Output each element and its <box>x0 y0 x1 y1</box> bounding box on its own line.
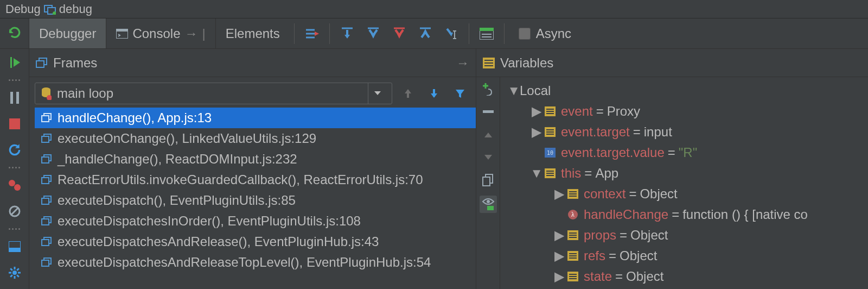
variable-row[interactable]: 10event.target.value = "R" <box>500 142 868 163</box>
frame-item[interactable]: executeDispatchesInOrder(), EventPluginU… <box>35 211 476 231</box>
expand-icon: ▶ <box>553 186 565 202</box>
variable-row[interactable]: ▶event.target = input <box>500 122 868 142</box>
step-out-button[interactable] <box>414 23 436 45</box>
evaluate-expression-button[interactable] <box>476 23 497 45</box>
toolbar-separator <box>469 23 469 44</box>
navigate-icon[interactable]: → <box>456 55 469 71</box>
svg-point-11 <box>14 184 21 191</box>
variable-row[interactable]: ▶props = Object <box>500 225 868 246</box>
var-name: state <box>584 269 612 284</box>
equals: = <box>596 104 604 119</box>
show-execution-point-button[interactable] <box>301 23 323 45</box>
tool-window-title: Debug <box>5 2 41 16</box>
remove-watch-button[interactable] <box>481 104 496 120</box>
expand-icon: ▼ <box>508 83 520 98</box>
move-up-button[interactable] <box>481 127 496 142</box>
frame-icon <box>41 134 52 143</box>
add-watch-button[interactable] <box>481 81 496 97</box>
svg-rect-23 <box>16 274 20 278</box>
svg-rect-45 <box>483 110 494 113</box>
var-type-icon <box>542 168 558 178</box>
frame-item[interactable]: executeDispatchesAndReleaseTopLevel(), E… <box>35 252 476 273</box>
scope-label: Local <box>520 83 551 98</box>
var-name: event.target <box>561 124 630 140</box>
tab-debugger[interactable]: Debugger <box>29 18 106 48</box>
var-name: context <box>584 186 626 202</box>
settings-button[interactable] <box>5 263 24 282</box>
toolbar-separator <box>294 23 295 44</box>
thread-name: main loop <box>57 86 113 101</box>
svg-rect-44 <box>42 260 49 266</box>
svg-rect-34 <box>42 157 49 163</box>
frame-label: handleChange(), App.js:13 <box>58 110 212 125</box>
console-icon <box>116 29 128 39</box>
run-to-cursor-button[interactable] <box>441 23 462 45</box>
variable-scope[interactable]: ▼Local <box>500 80 868 101</box>
var-name: this <box>561 166 581 181</box>
svg-point-10 <box>9 180 15 186</box>
frames-header: Frames → <box>29 49 476 77</box>
frame-item[interactable]: _handleChange(), ReactDOMInput.js:232 <box>35 149 476 169</box>
separator-dots <box>9 167 20 168</box>
frame-item[interactable]: ReactErrorUtils.invokeGuardedCallback(),… <box>35 169 476 190</box>
thread-icon <box>41 87 52 100</box>
svg-rect-25 <box>36 61 44 67</box>
equals: = <box>615 269 623 284</box>
frame-label: executeDispatch(), EventPluginUtils.js:8… <box>58 193 296 208</box>
tab-elements[interactable]: Elements <box>216 18 290 48</box>
next-frame-button[interactable] <box>426 83 442 104</box>
debug-toolbar: Debugger Console → | Elements Async <box>0 18 868 49</box>
layout-settings-button[interactable] <box>5 237 24 256</box>
dropdown-caret-icon <box>368 83 386 104</box>
equals: = <box>672 207 679 222</box>
variables-panel: ▼Local▶event = Proxy▶event.target = inpu… <box>500 77 868 289</box>
run-config-name: debug <box>59 2 92 16</box>
var-value: Object <box>626 269 663 284</box>
copy-button[interactable] <box>481 173 496 188</box>
var-type-icon <box>565 230 580 240</box>
variable-row[interactable]: ▼this = App <box>500 163 868 184</box>
frame-item[interactable]: executeOnChange(), LinkedValueUtils.js:1… <box>35 128 476 149</box>
equals: = <box>584 166 592 181</box>
rerun-button[interactable] <box>0 18 29 48</box>
step-into-button[interactable] <box>362 23 384 45</box>
frame-icon <box>41 154 52 164</box>
expand-icon: ▶ <box>553 228 565 243</box>
step-over-button[interactable] <box>336 23 358 45</box>
variable-row[interactable]: ▶refs = Object <box>500 246 868 266</box>
frame-item[interactable]: handleChange(), App.js:13 <box>35 108 476 128</box>
left-action-sidebar <box>0 49 29 289</box>
frame-label: _handleChange(), ReactDOMInput.js:232 <box>58 152 297 167</box>
var-value: "R" <box>679 145 697 160</box>
svg-rect-20 <box>16 268 20 271</box>
variable-row[interactable]: ▶state = Object <box>500 266 868 287</box>
tab-console[interactable]: Console → | <box>106 18 215 48</box>
stop-button[interactable] <box>5 115 24 133</box>
force-step-into-button[interactable] <box>388 23 410 45</box>
svg-rect-18 <box>9 272 11 274</box>
frame-icon <box>41 237 52 247</box>
tab-elements-label: Elements <box>226 26 280 41</box>
pause-button[interactable] <box>5 89 24 107</box>
prev-frame-button[interactable] <box>400 83 416 104</box>
variable-row[interactable]: λhandleChange = function () { [native co <box>500 204 868 225</box>
svg-rect-38 <box>42 198 49 204</box>
frame-icon <box>41 257 52 267</box>
var-type-icon <box>565 189 580 199</box>
svg-rect-14 <box>9 248 21 252</box>
variable-row[interactable]: ▶context = Object <box>500 184 868 204</box>
move-down-button[interactable] <box>481 150 496 165</box>
frame-item[interactable]: executeDispatchesAndRelease(), EventPlug… <box>35 231 476 252</box>
thread-selector[interactable]: main loop <box>35 83 392 104</box>
show-watches-button[interactable] <box>480 196 497 213</box>
frames-icon <box>36 58 48 68</box>
resume-button[interactable] <box>5 53 24 72</box>
view-breakpoints-button[interactable] <box>5 176 24 194</box>
refresh-button[interactable] <box>5 141 24 159</box>
async-checkbox[interactable]: Async <box>519 26 571 41</box>
variable-row[interactable]: ▶event = Proxy <box>500 101 868 122</box>
equals: = <box>609 248 616 263</box>
mute-breakpoints-button[interactable] <box>5 202 24 221</box>
filter-frames-button[interactable] <box>452 83 468 104</box>
frame-item[interactable]: executeDispatch(), EventPluginUtils.js:8… <box>35 190 476 211</box>
